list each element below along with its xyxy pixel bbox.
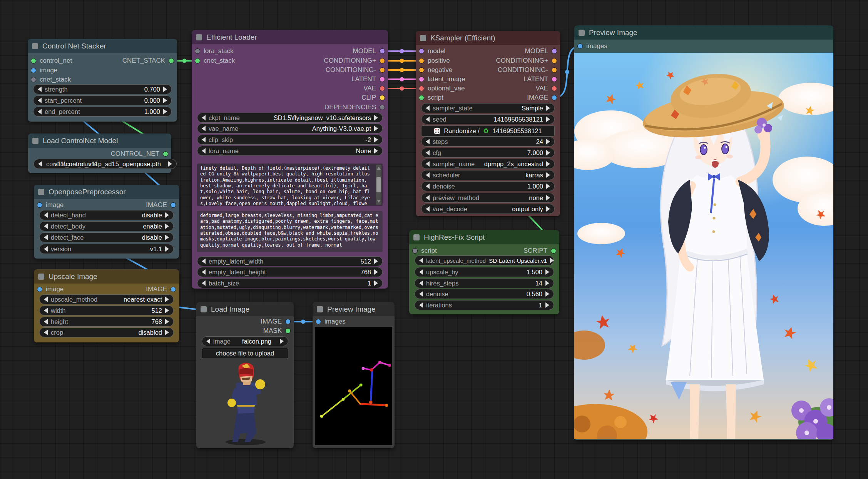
widget-iterations[interactable]: iterations1 xyxy=(415,300,554,310)
collapse-icon[interactable] xyxy=(413,234,420,240)
increment-icon[interactable] xyxy=(545,291,549,297)
widget-preview-method[interactable]: preview_methodnone xyxy=(421,193,555,203)
widget-hires-steps[interactable]: hires_steps14 xyxy=(415,278,554,288)
increment-icon[interactable] xyxy=(545,302,549,308)
decrement-icon[interactable] xyxy=(202,259,206,264)
widget-scheduler[interactable]: schedulerkarras xyxy=(421,170,555,180)
widget-detect-body[interactable]: detect_bodyenable xyxy=(39,221,174,231)
decrement-icon[interactable] xyxy=(426,150,430,155)
output-conditioning-plus[interactable]: CONDITIONING+ xyxy=(496,56,557,66)
widget-start-percent[interactable]: start_percent0.000 xyxy=(33,95,172,105)
increment-icon[interactable] xyxy=(545,269,549,275)
decrement-icon[interactable] xyxy=(419,258,423,263)
port-dot[interactable] xyxy=(169,58,174,63)
node-header[interactable]: OpenposePreprocessor xyxy=(34,185,179,199)
output-image[interactable]: IMAGE xyxy=(146,284,176,294)
increment-icon[interactable] xyxy=(546,105,550,111)
increment-icon[interactable] xyxy=(163,109,167,114)
widget-ckpt-name[interactable]: ckpt_nameSD1.5\flyingsnow_v10.safetensor… xyxy=(197,113,383,123)
input-images[interactable]: images xyxy=(577,41,607,51)
widget-height[interactable]: height768 xyxy=(39,317,174,327)
port-dot[interactable] xyxy=(419,48,424,54)
widget-detect-face[interactable]: detect_facedisable xyxy=(39,232,174,242)
port-dot[interactable] xyxy=(380,86,385,91)
decrement-icon[interactable] xyxy=(44,297,48,302)
increment-icon[interactable] xyxy=(165,246,169,252)
decrement-icon[interactable] xyxy=(38,109,42,114)
port-dot[interactable] xyxy=(552,77,557,82)
output-latent[interactable]: LATENT xyxy=(523,74,557,84)
node-load-controlnet-model[interactable]: Load ControlNet Model CONTROL_NET contro… xyxy=(28,134,171,173)
port-dot[interactable] xyxy=(552,86,557,91)
port-dot[interactable] xyxy=(380,67,385,73)
port-dot[interactable] xyxy=(419,95,424,100)
node-header[interactable]: Load Image xyxy=(196,302,294,316)
node-header[interactable]: Upscale Image xyxy=(34,269,179,284)
node-preview-image-pose[interactable]: Preview Image images xyxy=(313,302,395,448)
widget-end-percent[interactable]: end_percent1.000 xyxy=(33,107,172,117)
collapse-icon[interactable] xyxy=(201,306,207,312)
increment-icon[interactable] xyxy=(165,319,169,324)
widget-vae-name[interactable]: vae_nameAnything-V3.0.vae.pt xyxy=(197,124,383,134)
increment-icon[interactable] xyxy=(165,308,169,313)
widget-upscale-method[interactable]: upscale_methodnearest-exact xyxy=(39,294,174,304)
decrement-icon[interactable] xyxy=(419,269,423,275)
port-dot[interactable] xyxy=(419,86,424,91)
port-dot[interactable] xyxy=(195,58,200,63)
decrement-icon[interactable] xyxy=(44,246,48,252)
decrement-icon[interactable] xyxy=(419,291,423,297)
port-dot[interactable] xyxy=(171,202,176,208)
port-dot[interactable] xyxy=(171,287,176,292)
decrement-icon[interactable] xyxy=(202,126,206,131)
decrement-icon[interactable] xyxy=(426,184,430,189)
decrement-icon[interactable] xyxy=(38,161,42,167)
port-dot[interactable] xyxy=(552,48,557,54)
decrement-icon[interactable] xyxy=(202,137,206,142)
output-mask[interactable]: MASK xyxy=(263,326,291,336)
decrement-icon[interactable] xyxy=(419,302,423,308)
widget-empty-latent-width[interactable]: empty_latent_width512 xyxy=(197,256,383,266)
input-image[interactable]: image xyxy=(37,200,64,210)
input-cnet-stack[interactable]: cnet_stack xyxy=(31,75,71,85)
increment-icon[interactable] xyxy=(163,87,167,92)
widget-latent-upscale-method[interactable]: latent_upscale_methodSD-Latent-Upscaler.… xyxy=(415,255,554,265)
port-dot[interactable] xyxy=(285,319,291,324)
decrement-icon[interactable] xyxy=(206,339,210,344)
port-dot[interactable] xyxy=(380,105,385,110)
increment-icon[interactable] xyxy=(546,172,550,178)
output-control-net[interactable]: CONTROL_NET xyxy=(110,149,168,159)
input-latent-image[interactable]: latent_image xyxy=(419,74,465,84)
node-header[interactable]: Preview Image xyxy=(313,302,395,316)
decrement-icon[interactable] xyxy=(38,87,42,92)
node-control-net-stacker[interactable]: Control Net Stacker control_net image cn… xyxy=(28,39,177,122)
input-script[interactable]: script xyxy=(412,246,437,256)
widget-denoise[interactable]: denoise1.000 xyxy=(421,181,555,191)
node-header[interactable]: Efficient Loader xyxy=(192,30,388,44)
increment-icon[interactable] xyxy=(165,235,169,240)
decrement-icon[interactable] xyxy=(202,115,206,120)
decrement-icon[interactable] xyxy=(202,148,206,154)
node-highres-fix-script[interactable]: HighRes-Fix Script script SCRIPT latent_… xyxy=(409,230,559,314)
increment-icon[interactable] xyxy=(546,150,550,155)
widget-width[interactable]: width512 xyxy=(39,305,174,315)
widget-sampler-name[interactable]: sampler_namedpmpp_2s_ancestral xyxy=(421,159,555,169)
decrement-icon[interactable] xyxy=(426,195,430,200)
output-conditioning-minus[interactable]: CONDITIONING- xyxy=(326,65,385,75)
input-image[interactable]: image xyxy=(37,284,64,294)
widget-version[interactable]: versionv1.1 xyxy=(39,244,174,254)
choose-file-button[interactable]: choose file to upload xyxy=(202,348,288,359)
collapse-icon[interactable] xyxy=(32,43,38,49)
input-control-net[interactable]: control_net xyxy=(31,56,72,66)
increment-icon[interactable] xyxy=(374,280,378,286)
decrement-icon[interactable] xyxy=(419,280,423,286)
port-dot[interactable] xyxy=(551,248,556,254)
input-optional-vae[interactable]: optional_vae xyxy=(419,83,465,93)
output-script[interactable]: SCRIPT xyxy=(523,246,556,256)
node-load-image[interactable]: Load Image IMAGE MASK imagefalcon.png ch… xyxy=(196,302,294,448)
widget-empty-latent-height[interactable]: empty_latent_height768 xyxy=(197,267,383,277)
randomize-seed-button[interactable]: Randomize / ♻ 14169505538121 xyxy=(421,125,555,137)
input-positive[interactable]: positive xyxy=(419,56,450,66)
scroll-up-icon[interactable] xyxy=(377,167,381,170)
prompt-scrollbar[interactable] xyxy=(376,165,381,205)
increment-icon[interactable] xyxy=(374,115,378,120)
